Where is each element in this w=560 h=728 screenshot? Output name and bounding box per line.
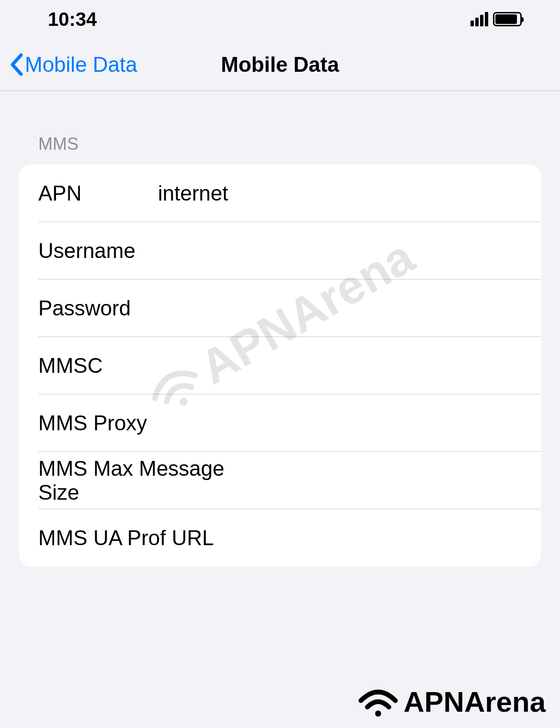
- row-label-mmsc: MMSC: [38, 354, 158, 378]
- back-label: Mobile Data: [25, 53, 137, 77]
- section-header-mms: MMS: [0, 91, 560, 165]
- row-label-mms-ua-prof-url: MMS UA Prof URL: [38, 526, 259, 550]
- back-button[interactable]: Mobile Data: [0, 53, 137, 77]
- row-label-password: Password: [38, 296, 158, 320]
- row-username[interactable]: Username: [19, 222, 541, 280]
- row-mms-max-size[interactable]: MMS Max Message Size: [19, 452, 541, 509]
- settings-group-mms: APN Username Password MMSC MMS Proxy MMS…: [19, 165, 541, 567]
- row-mms-ua-prof-url[interactable]: MMS UA Prof URL: [19, 509, 541, 567]
- mms-proxy-input[interactable]: [259, 411, 522, 435]
- row-mmsc[interactable]: MMSC: [19, 337, 541, 394]
- row-password[interactable]: Password: [19, 280, 541, 337]
- status-icons: [470, 12, 541, 26]
- signal-icon: [470, 12, 488, 26]
- apn-input[interactable]: [158, 181, 522, 205]
- row-label-apn: APN: [38, 181, 158, 205]
- mms-max-size-input[interactable]: [259, 469, 522, 493]
- chevron-left-icon: [10, 53, 23, 76]
- mms-ua-prof-url-input[interactable]: [259, 526, 522, 550]
- status-bar: 10:34: [0, 0, 560, 38]
- row-apn[interactable]: APN: [19, 165, 541, 222]
- wifi-icon: [357, 685, 400, 718]
- footer-watermark: APNArena: [357, 685, 546, 718]
- row-label-mms-max-size: MMS Max Message Size: [38, 457, 259, 504]
- footer-watermark-text: APNArena: [403, 685, 546, 718]
- row-label-username: Username: [38, 239, 158, 263]
- username-input[interactable]: [158, 239, 522, 263]
- navigation-bar: Mobile Data Mobile Data: [0, 38, 560, 91]
- battery-icon: [493, 12, 522, 26]
- page-title: Mobile Data: [221, 53, 339, 77]
- password-input[interactable]: [158, 296, 522, 320]
- mmsc-input[interactable]: [158, 354, 522, 378]
- svg-point-1: [375, 710, 381, 717]
- row-label-mms-proxy: MMS Proxy: [38, 411, 259, 435]
- row-mms-proxy[interactable]: MMS Proxy: [19, 394, 541, 452]
- status-time: 10:34: [48, 9, 97, 30]
